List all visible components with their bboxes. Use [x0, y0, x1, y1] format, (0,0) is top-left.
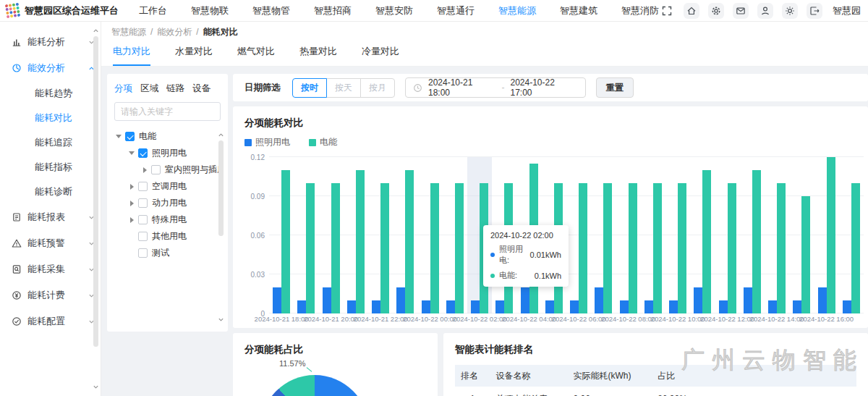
home-button[interactable]	[684, 3, 699, 19]
legend-item[interactable]: 照明用电	[244, 136, 290, 148]
tree-checkbox[interactable]	[138, 248, 148, 258]
top-menu-item[interactable]: 智慧招商	[314, 4, 352, 17]
caret-closed-icon[interactable]	[127, 216, 136, 224]
tree-node[interactable]: 动力用电	[114, 195, 221, 211]
bar	[331, 183, 340, 313]
exit-button[interactable]	[807, 3, 822, 19]
scroll-down-icon[interactable]	[218, 316, 224, 323]
scrollbar-thumb[interactable]	[218, 140, 224, 236]
scroll-up-icon[interactable]	[218, 132, 224, 138]
page-tab[interactable]: 水量对比	[175, 45, 213, 66]
pie-chart-card: 分项能耗占比 11.57%	[233, 333, 438, 396]
sidebar-subitem[interactable]: 能耗指标	[0, 155, 101, 180]
gear-button[interactable]	[708, 3, 724, 19]
sidebar-subitem[interactable]: 能耗诊断	[0, 180, 101, 204]
range-start[interactable]: 2024-10-21 18:00	[428, 77, 496, 98]
scroll-down-icon[interactable]	[93, 384, 99, 390]
sidebar-item[interactable]: 能耗报表	[0, 204, 101, 230]
tree-node-label[interactable]: 空调用电	[152, 180, 187, 193]
tree-tab[interactable]: 区域	[140, 83, 158, 95]
sidebar-subitem[interactable]: 能耗追踪	[0, 130, 101, 155]
top-menu-item[interactable]: 智慧建筑	[560, 4, 597, 17]
top-menu-item[interactable]: 智慧物管	[252, 4, 290, 17]
scrollbar-thumb[interactable]	[93, 36, 98, 347]
page-tab[interactable]: 燃气对比	[237, 45, 275, 66]
top-menu-item[interactable]: 智慧能源	[498, 4, 536, 17]
tree-checkbox[interactable]	[138, 215, 148, 224]
tree-tab[interactable]: 链路	[166, 83, 184, 95]
tree-node-label[interactable]: 其他用电	[152, 230, 187, 243]
breadcrumb-item[interactable]: 能效分析	[157, 26, 192, 38]
tree-node[interactable]: 室内照明与插座	[114, 161, 221, 178]
page-tab[interactable]: 电力对比	[113, 45, 150, 66]
top-menu-item[interactable]: 工作台	[139, 4, 167, 17]
caret-open-icon[interactable]	[114, 132, 123, 141]
top-menu-item[interactable]: 智慧通行	[437, 4, 475, 17]
sidebar-subitem[interactable]: 能耗对比	[0, 106, 101, 130]
date-mode-button[interactable]: 按天	[326, 78, 361, 98]
tree-node[interactable]: 空调用电	[114, 178, 221, 195]
caret-closed-icon[interactable]	[127, 199, 136, 208]
search-input[interactable]	[114, 102, 221, 121]
tree-tab[interactable]: 设备	[192, 83, 210, 95]
date-range-picker[interactable]: 2024-10-21 18:00 - 2024-10-22 17:00	[405, 77, 586, 98]
tree-checkbox[interactable]	[138, 232, 148, 241]
sidebar-item[interactable]: 能耗分析	[0, 29, 101, 55]
caret-closed-icon[interactable]	[127, 182, 136, 191]
tree-node[interactable]: 特殊用电	[114, 211, 221, 228]
tree-checkbox[interactable]	[138, 182, 148, 191]
sidebar-item[interactable]: 能耗采集	[0, 256, 101, 282]
reset-button[interactable]: 重置	[596, 77, 634, 98]
user-button[interactable]	[757, 3, 773, 19]
tree-checkbox[interactable]	[125, 132, 135, 141]
caret-open-icon[interactable]	[127, 149, 136, 158]
scrollbar-track[interactable]	[93, 36, 98, 382]
brightness-button[interactable]	[782, 3, 798, 19]
sidebar-item[interactable]: 能耗配置	[0, 308, 101, 334]
sidebar-item[interactable]: 能耗预警	[0, 230, 101, 256]
tree-tab[interactable]: 分项	[114, 83, 132, 95]
breadcrumb-item[interactable]: 智慧能源	[111, 26, 146, 38]
user-name[interactable]: 智慧园	[833, 4, 861, 17]
bar	[297, 300, 306, 313]
scrollbar-track[interactable]	[218, 140, 224, 314]
caret-closed-icon[interactable]	[140, 166, 149, 174]
sidebar-scrollbar[interactable]	[92, 28, 100, 390]
sidebar-item[interactable]: 能耗计费	[0, 282, 101, 308]
page-tab[interactable]: 热量对比	[299, 45, 337, 66]
mail-button[interactable]	[733, 3, 749, 19]
sidebar-item[interactable]: 能效分析	[0, 55, 101, 81]
ranking-header-cell: 设备名称	[490, 365, 568, 387]
tree-scrollbar[interactable]	[217, 132, 224, 323]
tree-node-label[interactable]: 特殊用电	[152, 214, 187, 226]
bar	[801, 196, 810, 313]
tree-checkbox[interactable]	[138, 148, 148, 158]
legend-item[interactable]: 电能	[309, 136, 337, 148]
date-mode-button[interactable]: 按月	[360, 78, 395, 98]
range-end[interactable]: 2024-10-22 17:00	[511, 77, 579, 98]
tree-node[interactable]: 电能	[114, 128, 221, 145]
tree-node[interactable]: 测试	[114, 245, 221, 261]
tree-checkbox[interactable]	[138, 198, 148, 208]
page-tab[interactable]: 冷量对比	[362, 45, 399, 66]
top-menu-item[interactable]: 智慧消防	[621, 4, 659, 17]
tree-node[interactable]: 其他用电	[114, 228, 221, 245]
tooltip-series-name: 照明用电:	[499, 244, 530, 266]
top-menu-item[interactable]: 智慧物联	[191, 4, 229, 17]
tree-node[interactable]: 照明用电	[114, 145, 221, 161]
bar	[629, 183, 637, 313]
percent-cell: 86.92%	[652, 387, 702, 396]
tree-node-label[interactable]: 照明用电	[152, 147, 187, 159]
tree-node-label[interactable]: 室内照明与插座	[165, 164, 221, 176]
tree-checkbox[interactable]	[151, 165, 161, 174]
pie-chart[interactable]	[260, 375, 369, 396]
tree-node-label[interactable]: 电能	[139, 130, 156, 143]
x-axis-tick-label: 2024-10-22 16:00	[799, 315, 854, 323]
top-menu-item[interactable]: 智慧安防	[375, 4, 413, 17]
date-mode-button[interactable]: 按时	[292, 78, 327, 98]
tree-node-label[interactable]: 动力用电	[152, 197, 187, 209]
scroll-up-icon[interactable]	[93, 28, 99, 34]
fullscreen-button[interactable]	[659, 3, 675, 19]
tree-node-label[interactable]: 测试	[152, 247, 169, 259]
sidebar-subitem[interactable]: 能耗趋势	[0, 81, 101, 106]
